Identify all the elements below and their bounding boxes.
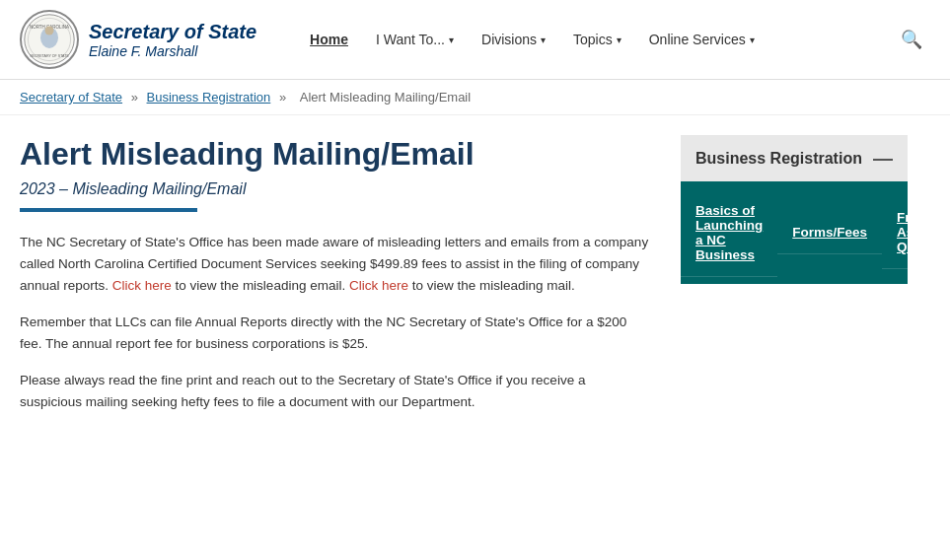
paragraph-3: Please always read the fine print and re… xyxy=(20,370,651,412)
logo-seal: NORTH CAROLINA SECRETARY OF STATE xyxy=(20,10,79,69)
page-subtitle: 2023 – Misleading Mailing/Email xyxy=(20,180,651,198)
site-title: Secretary of State xyxy=(89,20,256,43)
sidebar-title: Business Registration xyxy=(695,150,862,168)
paragraph-2: Remember that LLCs can file Annual Repor… xyxy=(20,312,651,354)
logo-text: Secretary of State Elaine F. Marshall xyxy=(89,20,256,59)
nav-online-services[interactable]: Online Services ▾ xyxy=(635,24,768,55)
click-here-mail-link[interactable]: Click here xyxy=(349,278,408,293)
svg-point-4 xyxy=(45,27,54,35)
logo-area: NORTH CAROLINA SECRETARY OF STATE Secret… xyxy=(20,10,256,69)
chevron-down-icon: ▾ xyxy=(750,35,755,45)
site-subtitle: Elaine F. Marshall xyxy=(89,43,256,59)
chevron-down-icon: ▾ xyxy=(617,35,621,45)
sidebar-item-forms-fees[interactable]: Forms/Fees xyxy=(777,211,882,254)
nav-divisions[interactable]: Divisions ▾ xyxy=(468,24,559,55)
svg-text:SECRETARY OF STATE: SECRETARY OF STATE xyxy=(30,54,69,58)
sidebar: Business Registration — Basics of Launch… xyxy=(681,135,908,429)
breadcrumb: Secretary of State » Business Registrati… xyxy=(0,80,950,115)
sidebar-header: Business Registration — xyxy=(681,135,908,181)
breadcrumb-separator-2: » xyxy=(279,90,290,105)
main-nav: Home I Want To... ▾ Divisions ▾ Topics ▾… xyxy=(296,24,893,55)
click-here-email-link[interactable]: Click here xyxy=(112,278,172,293)
breadcrumb-secretary[interactable]: Secretary of State xyxy=(20,90,122,105)
chevron-down-icon: ▾ xyxy=(541,35,546,45)
nav-topics[interactable]: Topics ▾ xyxy=(559,24,635,55)
sidebar-item-faq[interactable]: Frequently Asked Questions xyxy=(882,196,950,269)
content-area: Alert Misleading Mailing/Email 2023 – Mi… xyxy=(20,135,651,429)
breadcrumb-current: Alert Misleading Mailing/Email xyxy=(300,90,471,105)
page-title: Alert Misleading Mailing/Email xyxy=(20,135,651,173)
paragraph-1: The NC Secretary of State's Office has b… xyxy=(20,232,651,296)
breadcrumb-separator-1: » xyxy=(131,90,142,105)
title-underline xyxy=(20,208,197,212)
nav-home[interactable]: Home xyxy=(296,24,362,55)
content-body: The NC Secretary of State's Office has b… xyxy=(20,232,651,412)
site-header: NORTH CAROLINA SECRETARY OF STATE Secret… xyxy=(0,0,950,80)
main-layout: Alert Misleading Mailing/Email 2023 – Mi… xyxy=(0,115,950,449)
breadcrumb-business-registration[interactable]: Business Registration xyxy=(147,90,271,105)
search-button[interactable]: 🔍 xyxy=(893,21,930,58)
sidebar-nav: Basics of Launching a NC Business Forms/… xyxy=(681,181,908,284)
sidebar-item-basics[interactable]: Basics of Launching a NC Business xyxy=(681,189,777,277)
nav-i-want-to[interactable]: I Want To... ▾ xyxy=(362,24,468,55)
collapse-icon[interactable]: — xyxy=(873,147,893,170)
chevron-down-icon: ▾ xyxy=(449,35,454,45)
